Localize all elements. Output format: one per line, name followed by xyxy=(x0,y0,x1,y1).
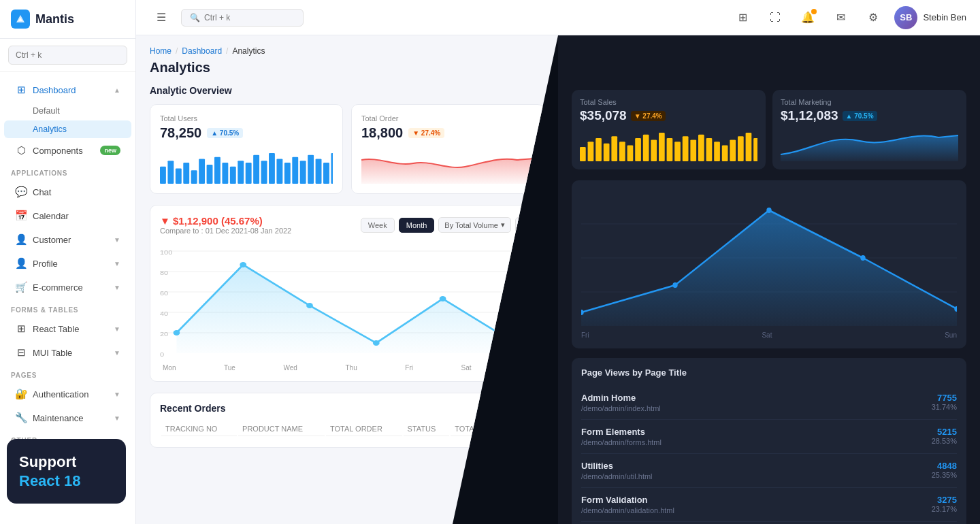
dark-metric-card-marketing: Total Marketing $1,12,083 ▲ 70.5% xyxy=(772,90,966,169)
svg-rect-57 xyxy=(714,142,720,161)
sidebar-toggle-button[interactable]: ☰ xyxy=(150,6,173,29)
svg-rect-59 xyxy=(730,140,736,162)
svg-rect-22 xyxy=(331,153,333,184)
total-order-badge: ▼ 27.4% xyxy=(408,128,444,138)
orders-table: TRACKING NO PRODUCT NAME TOTAL ORDER STA… xyxy=(160,421,534,438)
svg-text:20: 20 xyxy=(160,331,169,338)
volume-select[interactable]: By Total Volume ▾ xyxy=(438,217,511,233)
svg-rect-20 xyxy=(316,159,322,184)
income-overview-section: ▼ $1,12,900 (45.67%) Compare to : 01 Dec… xyxy=(150,205,544,382)
pv-count: 4848 xyxy=(932,461,957,471)
svg-rect-1 xyxy=(167,161,174,184)
notifications-button[interactable]: 🔔 xyxy=(796,6,819,29)
light-content: Home / Dashboard / Analytics Analytics A… xyxy=(136,35,558,524)
sidebar-item-authentication[interactable]: 🔐 Authentication ▼ xyxy=(4,382,131,406)
svg-rect-51 xyxy=(667,138,673,161)
analytic-overview-title: Analytic Overview xyxy=(150,85,544,96)
pv-pct: 23.17% xyxy=(932,505,957,513)
support-popup[interactable]: Support React 18 xyxy=(7,439,126,504)
sidebar-item-components[interactable]: ⬡ Components new xyxy=(4,139,131,162)
col-product: PRODUCT NAME xyxy=(238,422,325,436)
svg-text:0: 0 xyxy=(160,351,165,358)
income-x-labels: Mon Tue Wed Thu Fri Sat Sun xyxy=(160,364,534,372)
avatar-initials: SB xyxy=(900,12,912,22)
dark-metric-card-sales: Total Sales $35,078 ▼ 27.4% xyxy=(572,90,766,169)
svg-point-37 xyxy=(373,340,380,346)
mail-button[interactable]: ✉ xyxy=(829,6,852,29)
sidebar-item-calendar[interactable]: 📅 Calendar xyxy=(4,204,131,227)
svg-rect-43 xyxy=(604,144,610,161)
page-title: Analytics xyxy=(150,60,544,76)
svg-point-34 xyxy=(174,330,180,335)
svg-rect-21 xyxy=(323,163,329,184)
sidebar-item-customer[interactable]: 👤 Customer ▼ xyxy=(4,228,131,251)
search-icon: 🔍 xyxy=(190,13,200,22)
dark-chart-x-labels: Fri Sat Sun xyxy=(581,331,957,339)
breadcrumb-dashboard[interactable]: Dashboard xyxy=(182,46,222,56)
svg-rect-45 xyxy=(619,142,625,161)
total-marketing-label: Total Marketing xyxy=(781,98,958,106)
topbar-search-input[interactable] xyxy=(204,13,286,22)
svg-point-67 xyxy=(672,282,677,288)
dark-content: Total Sales $35,078 ▼ 27.4% Total Market… xyxy=(558,35,980,524)
sidebar-item-ecommerce[interactable]: 🛒 E-commerce ▼ xyxy=(4,276,131,299)
pv-path: /demo/admin/index.html xyxy=(581,404,661,412)
sidebar-sub-default[interactable]: Default xyxy=(4,102,131,120)
dashboard-icon: ⊞ xyxy=(15,84,27,96)
settings-button[interactable]: ⚙ xyxy=(862,6,885,29)
page-views-section: Page Views by Page Title Admin Home /dem… xyxy=(572,358,966,524)
week-button[interactable]: Week xyxy=(361,218,395,233)
sidebar-item-mui-table[interactable]: ⊟ MUI Table ▼ xyxy=(4,341,131,364)
chevron-down-icon: ▼ xyxy=(114,284,120,291)
pv-title: Admin Home xyxy=(581,393,661,403)
sidebar-item-profile[interactable]: 👤 Profile ▼ xyxy=(4,252,131,275)
svg-rect-13 xyxy=(261,161,267,184)
sidebar-search-input[interactable] xyxy=(8,46,127,65)
svg-rect-54 xyxy=(690,140,696,162)
app-name: Mantis xyxy=(35,12,74,27)
page-views-title: Page Views by Page Title xyxy=(581,367,957,378)
breadcrumb: Home / Dashboard / Analytics xyxy=(150,46,544,56)
components-icon: ⬡ xyxy=(15,144,27,157)
chevron-up-icon: ▲ xyxy=(114,86,120,94)
pv-path: /demo/admin/validation.html xyxy=(581,506,674,514)
sidebar-item-maintenance[interactable]: 🔧 Maintenance ▼ xyxy=(4,406,131,429)
svg-rect-18 xyxy=(300,161,306,184)
user-avatar-button[interactable]: SB Stebin Ben xyxy=(894,6,966,29)
svg-rect-60 xyxy=(738,136,744,161)
total-order-chart xyxy=(361,146,534,184)
svg-rect-58 xyxy=(722,145,728,161)
sidebar-item-dashboard[interactable]: ⊞ Dashboard ▲ xyxy=(4,78,131,101)
svg-rect-7 xyxy=(214,157,220,184)
breadcrumb-home[interactable]: Home xyxy=(150,46,172,56)
notification-badge xyxy=(811,9,817,14)
svg-point-39 xyxy=(506,337,512,342)
content-body: Home / Dashboard / Analytics Analytics A… xyxy=(136,35,980,524)
apps-grid-button[interactable]: ⊞ xyxy=(731,6,754,29)
download-button[interactable]: ⬇ xyxy=(515,217,534,233)
svg-text:60: 60 xyxy=(160,290,169,297)
svg-rect-16 xyxy=(284,163,291,184)
sidebar-item-react-table[interactable]: ⊞ React Table ▼ xyxy=(4,317,131,340)
sidebar-item-chat[interactable]: 💬 Chat xyxy=(4,180,131,203)
svg-point-36 xyxy=(306,303,313,308)
svg-rect-14 xyxy=(269,153,275,184)
svg-rect-50 xyxy=(659,133,665,161)
chevron-down-icon: ▼ xyxy=(114,391,120,398)
col-amount: TOTAL AMOUNT xyxy=(451,422,533,436)
auth-icon: 🔐 xyxy=(15,388,27,400)
fullscreen-button[interactable]: ⛶ xyxy=(764,6,787,29)
page-view-item: Utilities /demo/admin/util.html 4848 25.… xyxy=(581,454,957,488)
recent-orders-section: Recent Orders TRACKING NO PRODUCT NAME T… xyxy=(150,393,544,448)
total-marketing-value: $1,12,083 ▲ 70.5% xyxy=(781,108,958,123)
sidebar-logo: Mantis xyxy=(0,0,135,39)
breadcrumb-current: Analytics xyxy=(232,46,265,56)
sidebar-sub-analytics[interactable]: Analytics xyxy=(4,120,131,138)
svg-rect-5 xyxy=(199,159,205,184)
month-button[interactable]: Month xyxy=(399,218,435,233)
pv-pct: 31.74% xyxy=(932,403,957,411)
pv-count: 3275 xyxy=(932,495,957,505)
total-order-value: 18,800 ▼ 27.4% xyxy=(361,125,534,141)
svg-rect-10 xyxy=(238,161,244,184)
breadcrumb-sep-2: / xyxy=(226,46,228,56)
